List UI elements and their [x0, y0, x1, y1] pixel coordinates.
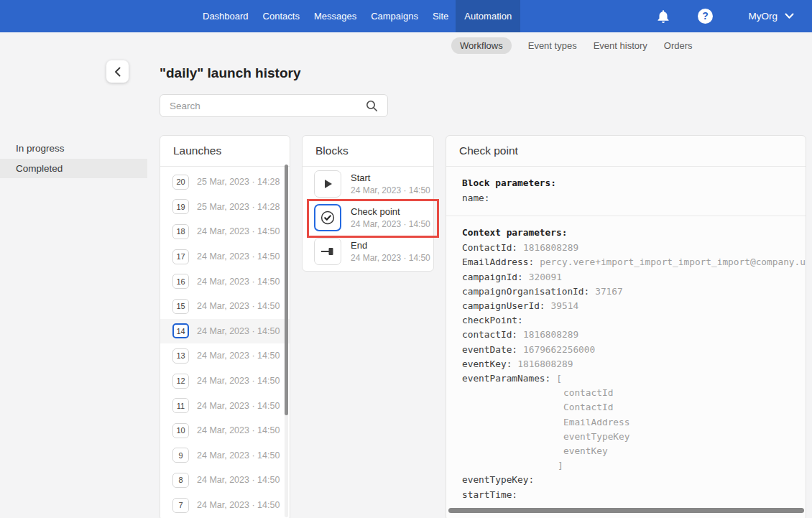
param-key: eventDate: — [462, 344, 517, 355]
main-nav-menu: DashboardContactsMessagesCampaignsSiteAu… — [195, 0, 520, 32]
launch-number-badge: 8 — [172, 473, 189, 488]
param-key: campaignId: — [462, 272, 523, 282]
nav-item-contacts[interactable]: Contacts — [256, 0, 307, 32]
chevron-down-icon — [785, 13, 794, 19]
subtab-event-types[interactable]: Event types — [528, 37, 577, 54]
launch-number-badge: 11 — [172, 398, 189, 413]
blocks-panel-title: Blocks — [303, 136, 433, 167]
check-circle-icon — [314, 204, 341, 231]
param-line: contactId — [462, 386, 806, 400]
launches-panel-title: Launches — [160, 136, 290, 167]
param-key: contactId: — [462, 329, 517, 340]
launch-number-badge: 16 — [172, 274, 189, 289]
launch-item[interactable]: 16 24 Mar, 2023 · 14:50 — [160, 269, 290, 294]
launch-item[interactable]: 8 24 Mar, 2023 · 14:50 — [160, 468, 290, 493]
launch-item[interactable]: 20 25 Mar, 2023 · 14:28 — [160, 170, 290, 195]
param-line: campaignUserId:39514 — [462, 299, 806, 313]
subtab-orders[interactable]: Orders — [664, 37, 693, 54]
search-box — [160, 94, 388, 117]
launch-item[interactable]: 19 25 Mar, 2023 · 14:28 — [160, 195, 290, 220]
block-date: 24 Mar, 2023 · 14:50 — [351, 185, 430, 195]
block-texts: Start 24 Mar, 2023 · 14:50 — [351, 172, 430, 195]
param-key: eventParamNames: — [462, 373, 550, 384]
launch-item[interactable]: 13 24 Mar, 2023 · 14:50 — [160, 343, 290, 369]
block-date: 24 Mar, 2023 · 14:50 — [351, 253, 430, 263]
param-value: 37167 — [595, 286, 623, 297]
block-parameters-header: Block parameters: — [462, 175, 806, 191]
launch-item[interactable]: 10 24 Mar, 2023 · 14:50 — [160, 418, 290, 443]
launch-item[interactable]: 15 24 Mar, 2023 · 14:50 — [160, 294, 290, 319]
nav-item-site[interactable]: Site — [425, 0, 456, 32]
subtab-event-history[interactable]: Event history — [594, 37, 647, 54]
nav-item-messages[interactable]: Messages — [307, 0, 364, 32]
launch-number-badge: 19 — [172, 199, 189, 214]
param-value: 1816808289 — [517, 359, 573, 369]
launch-item[interactable]: 14 24 Mar, 2023 · 14:50 — [160, 319, 290, 344]
sidebar-item-in-progress[interactable]: In progress — [0, 139, 147, 158]
nav-item-automation[interactable]: Automation — [456, 0, 520, 32]
launch-list: 20 25 Mar, 2023 · 14:28 19 25 Mar, 2023 … — [160, 167, 290, 517]
detail-horizontal-scrollbar-thumb[interactable] — [448, 508, 804, 513]
top-navbar: DashboardContactsMessagesCampaignsSiteAu… — [0, 0, 812, 32]
param-value: eventTypeKey — [563, 431, 629, 442]
param-line: checkPoint: — [462, 313, 806, 328]
param-line: campaignId:320091 — [462, 270, 806, 285]
back-button[interactable] — [106, 60, 129, 83]
subtab-workflows[interactable]: Workflows — [451, 37, 512, 54]
launch-date: 24 Mar, 2023 · 14:50 — [197, 450, 280, 461]
param-key: startTime: — [462, 489, 517, 500]
param-value: ] — [558, 460, 563, 471]
block-item[interactable]: Start 24 Mar, 2023 · 14:50 — [303, 167, 433, 200]
param-line: ContactId — [462, 400, 806, 415]
launch-number-badge: 10 — [172, 423, 189, 438]
search-input[interactable] — [170, 101, 366, 111]
param-line: campaignOrganisationId:37167 — [462, 285, 806, 299]
nav-item-campaigns[interactable]: Campaigns — [364, 0, 425, 32]
param-key: EmailAddress: — [462, 256, 534, 267]
param-line: eventParamNames:[ — [462, 371, 806, 386]
launch-number-badge: 14 — [172, 323, 189, 338]
help-icon[interactable]: ? — [698, 9, 713, 24]
status-filter-sidebar: In progressCompleted — [0, 139, 147, 179]
param-line: eventKey — [462, 444, 806, 458]
automation-subtabs: WorkflowsEvent typesEvent historyOrders — [451, 37, 693, 54]
param-line: name: — [462, 191, 806, 205]
launch-date: 24 Mar, 2023 · 14:50 — [197, 326, 280, 336]
block-parameters-section: Block parameters: name: — [446, 167, 806, 216]
sidebar-item-completed[interactable]: Completed — [0, 159, 147, 178]
context-parameters-lines: ContactId:1816808289 EmailAddress:percy.… — [462, 241, 806, 502]
launch-date: 24 Mar, 2023 · 14:50 — [197, 500, 280, 510]
context-parameters-header: Context parameters: — [462, 224, 806, 241]
param-line: EmailAddress — [462, 415, 806, 430]
launch-item[interactable]: 12 24 Mar, 2023 · 14:50 — [160, 369, 290, 394]
launch-number-badge: 18 — [172, 224, 189, 239]
launch-number-badge: 15 — [172, 299, 189, 314]
launch-item[interactable]: 17 24 Mar, 2023 · 14:50 — [160, 244, 290, 269]
launch-number-badge: 13 — [172, 348, 189, 364]
launch-item[interactable]: 11 24 Mar, 2023 · 14:50 — [160, 393, 290, 418]
launches-scrollbar-thumb[interactable] — [285, 165, 288, 415]
notifications-bell-icon[interactable] — [655, 9, 671, 24]
block-detail-panel: Check point Block parameters: name: Cont… — [446, 135, 806, 518]
org-name: MyOrg — [749, 11, 778, 22]
org-menu[interactable]: MyOrg — [749, 0, 795, 32]
param-line: eventTypeKey: — [462, 473, 806, 487]
param-key: name: — [462, 193, 490, 203]
param-value: 1816808289 — [523, 329, 578, 340]
block-name: End — [351, 240, 430, 251]
block-item[interactable]: End 24 Mar, 2023 · 14:50 — [303, 234, 433, 268]
param-line: startTime: — [462, 488, 806, 502]
param-value: [ — [556, 373, 562, 384]
launch-item[interactable]: 18 24 Mar, 2023 · 14:50 — [160, 219, 290, 244]
block-date: 24 Mar, 2023 · 14:50 — [351, 219, 430, 229]
launch-date: 24 Mar, 2023 · 14:50 — [197, 376, 280, 386]
block-parameters-lines: name: — [462, 191, 806, 205]
launch-item[interactable]: 7 24 Mar, 2023 · 14:50 — [160, 493, 290, 518]
block-item[interactable]: Check point 24 Mar, 2023 · 14:50 — [303, 200, 433, 234]
param-value: ContactId — [563, 402, 613, 412]
nav-item-dashboard[interactable]: Dashboard — [195, 0, 256, 32]
chevron-left-icon — [114, 67, 121, 77]
launch-item[interactable]: 9 24 Mar, 2023 · 14:50 — [160, 443, 290, 468]
param-key: ContactId: — [462, 242, 517, 253]
launch-date: 24 Mar, 2023 · 14:50 — [197, 251, 280, 262]
